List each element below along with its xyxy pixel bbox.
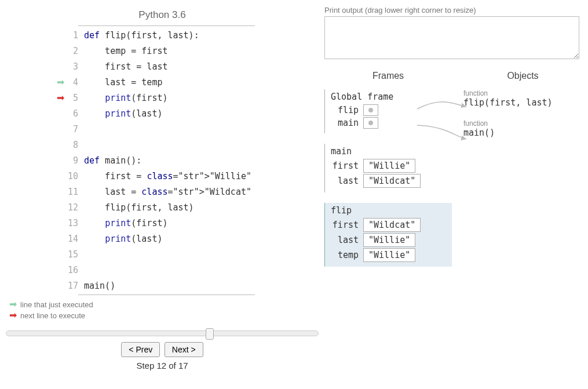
next-exec-arrow-icon: ➡ — [55, 93, 65, 103]
code-text: def main(): — [84, 155, 141, 166]
line-number: 4 — [68, 77, 84, 88]
heap-object: functionflip(first, last) — [463, 89, 582, 108]
code-text: first = class="str">"Willie" — [84, 171, 251, 181]
var-value: "Wildcat" — [363, 174, 421, 188]
code-line: 3 first = last — [78, 59, 255, 74]
frame-title: main — [330, 146, 452, 157]
frame-variable: first"Willie" — [330, 159, 452, 173]
object-repr: main() — [463, 128, 582, 138]
frame-variable: temp"Willie" — [330, 248, 452, 262]
legend-prev-text: line that just executed — [20, 300, 93, 309]
code-line: ➡4 last = temp — [78, 74, 255, 90]
code-text: print(last) — [84, 234, 162, 244]
var-name: last — [330, 235, 363, 245]
line-number: 9 — [68, 155, 84, 166]
code-text: first = last — [84, 61, 168, 72]
frame-variable: last"Willie" — [330, 233, 452, 247]
var-pointer — [363, 117, 378, 129]
code-line: 6 print(last) — [78, 106, 255, 121]
global-frame: Global frame flipmain — [324, 89, 452, 133]
visualization-pane: Print output (drag lower right corner to… — [324, 6, 582, 370]
code-text: last = class="str">"Wildcat" — [84, 187, 251, 197]
code-line: 2 temp = first — [78, 43, 255, 59]
line-number: 12 — [68, 202, 84, 213]
language-label: Python 3.6 — [6, 6, 319, 26]
step-counter: Step 12 of 17 — [6, 361, 319, 370]
code-text: last = temp — [84, 77, 162, 88]
var-value: "Willie" — [363, 159, 415, 173]
code-line: 10 first = class="str">"Willie" — [78, 168, 255, 184]
code-text: flip(first, last) — [84, 202, 194, 213]
code-text: def flip(first, last): — [84, 30, 199, 41]
var-name: flip — [330, 105, 363, 115]
code-line: 16 — [78, 262, 255, 278]
slider-thumb[interactable] — [206, 328, 214, 340]
code-line: 13 print(first) — [78, 215, 255, 231]
var-name: main — [330, 118, 363, 128]
code-text: print(first) — [84, 93, 168, 103]
var-name: first — [330, 161, 363, 171]
next-button[interactable]: Next > — [165, 342, 203, 357]
frame-variable: last"Wildcat" — [330, 174, 452, 188]
code-line: 11 last = class="str">"Wildcat" — [78, 184, 255, 199]
output-label: Print output (drag lower right corner to… — [324, 6, 582, 14]
frame-variable: first"Wildcat" — [330, 218, 452, 232]
frames-heading: Frames — [324, 71, 452, 81]
var-name: last — [330, 176, 363, 186]
code-listing: 1def flip(first, last):2 temp = first3 f… — [78, 26, 255, 295]
line-number: 16 — [68, 265, 84, 275]
line-number: 5 — [68, 93, 84, 103]
stack-frame: flipfirst"Wildcat"last"Willie"temp"Willi… — [324, 203, 452, 267]
code-line: ➡5 print(first) — [78, 90, 255, 106]
line-number: 3 — [68, 61, 84, 72]
line-number: 2 — [68, 46, 84, 56]
line-number: 15 — [68, 249, 84, 260]
code-line: 1def flip(first, last): — [78, 27, 255, 43]
arrow-legend: ➡ line that just executed ➡ next line to… — [9, 300, 319, 320]
pointer-dot-icon — [368, 108, 373, 112]
objects-heading: Objects — [463, 71, 582, 81]
line-number: 6 — [68, 108, 84, 119]
var-value: "Willie" — [363, 248, 415, 262]
var-name: temp — [330, 250, 363, 260]
line-number: 11 — [68, 187, 84, 197]
object-type: function — [463, 89, 582, 97]
frame-variable: main — [330, 117, 452, 129]
code-text: print(last) — [84, 108, 162, 119]
legend-next-text: next line to execute — [20, 311, 85, 320]
var-name: first — [330, 220, 363, 230]
prev-button[interactable]: < Prev — [121, 342, 160, 357]
prev-arrow-icon: ➡ — [9, 300, 17, 309]
frame-title: flip — [330, 205, 452, 216]
code-text: main() — [84, 281, 115, 291]
stack-frame: mainfirst"Willie"last"Wildcat" — [324, 144, 452, 192]
code-line: 15 — [78, 246, 255, 262]
code-text: temp = first — [84, 46, 168, 56]
line-number: 13 — [68, 218, 84, 228]
line-number: 14 — [68, 234, 84, 244]
code-pane: Python 3.6 1def flip(first, last):2 temp… — [6, 6, 319, 370]
code-line: 9def main(): — [78, 152, 255, 168]
execution-slider[interactable] — [6, 330, 319, 336]
line-number: 1 — [68, 30, 84, 41]
code-text: print(first) — [84, 218, 168, 228]
line-number: 8 — [68, 140, 84, 150]
var-value: "Wildcat" — [363, 218, 421, 232]
print-output[interactable] — [324, 16, 579, 59]
var-value: "Willie" — [363, 233, 415, 247]
code-line: 7 — [78, 121, 255, 137]
line-number: 7 — [68, 124, 84, 134]
frame-title: Global frame — [330, 92, 452, 102]
heap-object: functionmain() — [463, 119, 582, 138]
prev-exec-arrow-icon: ➡ — [55, 78, 65, 87]
object-type: function — [463, 119, 582, 128]
var-pointer — [363, 104, 378, 116]
next-arrow-icon: ➡ — [9, 311, 17, 320]
line-number: 17 — [68, 281, 84, 291]
code-line: 8 — [78, 137, 255, 152]
object-repr: flip(first, last) — [463, 97, 582, 108]
pointer-dot-icon — [368, 121, 373, 125]
code-line: 14 print(last) — [78, 231, 255, 246]
frame-variable: flip — [330, 104, 452, 116]
code-line: 12 flip(first, last) — [78, 199, 255, 215]
